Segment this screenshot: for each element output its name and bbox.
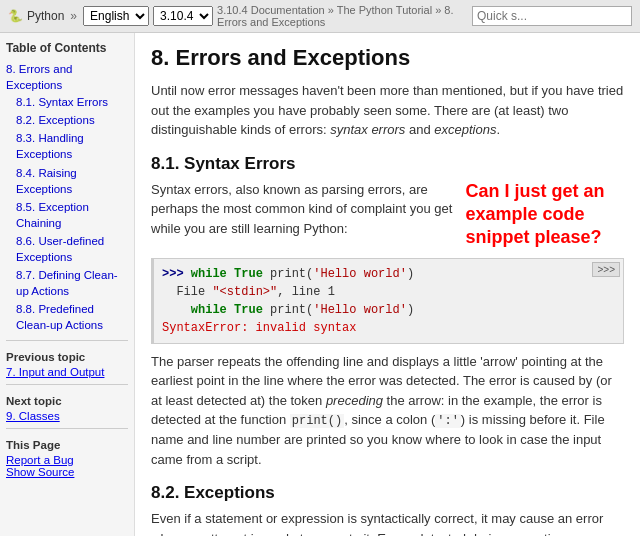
previous-topic-label: Previous topic [6, 351, 128, 363]
parser-paragraph: The parser repeats the offending line an… [151, 352, 624, 470]
next-topic-label: Next topic [6, 395, 128, 407]
toc-link-cleanup[interactable]: 8.7. Defining Clean-up Actions [16, 269, 118, 297]
next-topic-link[interactable]: 9. Classes [6, 410, 60, 422]
intro-paragraph: Until now error messages haven't been mo… [151, 81, 624, 140]
language-select[interactable]: English [83, 6, 149, 26]
preceding-em: preceding [326, 393, 383, 408]
syntax-errors-heading: 8.1. Syntax Errors [151, 154, 624, 174]
colon-code: ':' [435, 414, 461, 428]
python-icon: 🐍 [8, 9, 23, 23]
divider1 [6, 340, 128, 341]
list-item: 8.4. Raising Exceptions [6, 165, 128, 197]
code-line: while True print('Hello world') [162, 301, 615, 319]
exceptions-paragraph: Even if a statement or expression is syn… [151, 509, 624, 536]
toc-heading: Table of Contents [6, 41, 128, 55]
syntax-errors-text: Syntax errors, also known as parsing err… [151, 180, 458, 239]
list-item: 8.3. Handling Exceptions [6, 130, 128, 162]
this-page-label: This Page [6, 439, 128, 451]
list-item: 8. Errors and Exceptions [6, 61, 128, 93]
syntax-errors-paragraph: Syntax errors, also known as parsing err… [151, 180, 624, 250]
list-item: 8.7. Defining Clean-up Actions [6, 267, 128, 299]
list-item: 8.1. Syntax Errors [6, 94, 128, 110]
toc-link-exceptions[interactable]: 8.2. Exceptions [16, 114, 95, 126]
exceptions-em: exceptions [434, 122, 496, 137]
toc-link-chaining[interactable]: 8.5. Exception Chaining [16, 201, 89, 229]
quick-search-input[interactable] [472, 6, 632, 26]
toc-link-predefined[interactable]: 8.8. Predefined Clean-up Actions [16, 303, 103, 331]
divider2 [6, 384, 128, 385]
list-item: 8.5. Exception Chaining [6, 199, 128, 231]
toc-link-syntax[interactable]: 8.1. Syntax Errors [16, 96, 108, 108]
code-line: File "<stdin>", line 1 [162, 283, 615, 301]
print-code: print() [290, 414, 344, 428]
toc-link-handling[interactable]: 8.3. Handling Exceptions [16, 132, 84, 160]
this-page-links: Report a Bug Show Source [6, 454, 128, 478]
breadcrumb-text: 3.10.4 Documentation » The Python Tutori… [217, 4, 464, 28]
list-item: 8.2. Exceptions [6, 112, 128, 128]
topbar: 🐍 Python » English 3.10.4 3.10.4 Documen… [0, 0, 640, 33]
annotation-text: Can I just get an example code snippet p… [466, 180, 624, 250]
exceptions-heading: 8.2. Exceptions [151, 483, 624, 503]
code-error-line: SyntaxError: invalid syntax [162, 319, 615, 337]
version-select[interactable]: 3.10.4 [153, 6, 213, 26]
list-item: 8.8. Predefined Clean-up Actions [6, 301, 128, 333]
toc-link-user-defined[interactable]: 8.6. User-defined Exceptions [16, 235, 104, 263]
previous-topic-link[interactable]: 7. Input and Output [6, 366, 104, 378]
python-label: Python [27, 9, 64, 23]
code-block-1: >>> >>> while True print('Hello world') … [151, 258, 624, 344]
sidebar: Table of Contents 8. Errors and Exceptio… [0, 33, 135, 536]
previous-topic-link-container: 7. Input and Output [6, 366, 128, 378]
list-item: 8.6. User-defined Exceptions [6, 233, 128, 265]
toc-link-raising[interactable]: 8.4. Raising Exceptions [16, 167, 77, 195]
divider3 [6, 428, 128, 429]
page-layout: Table of Contents 8. Errors and Exceptio… [0, 33, 640, 536]
toc-list: 8. Errors and Exceptions 8.1. Syntax Err… [6, 61, 128, 334]
main-content: 8. Errors and Exceptions Until now error… [135, 33, 640, 536]
sep1: » [70, 9, 77, 23]
page-title: 8. Errors and Exceptions [151, 45, 624, 71]
show-source-link[interactable]: Show Source [6, 466, 74, 478]
copy-button-1[interactable]: >>> [592, 262, 620, 277]
next-topic-link-container: 9. Classes [6, 410, 128, 422]
toc-link-errors[interactable]: 8. Errors and Exceptions [6, 63, 72, 91]
report-bug-link[interactable]: Report a Bug [6, 454, 74, 466]
code-line: >>> while True print('Hello world') [162, 265, 615, 283]
syntax-errors-em: syntax errors [330, 122, 405, 137]
